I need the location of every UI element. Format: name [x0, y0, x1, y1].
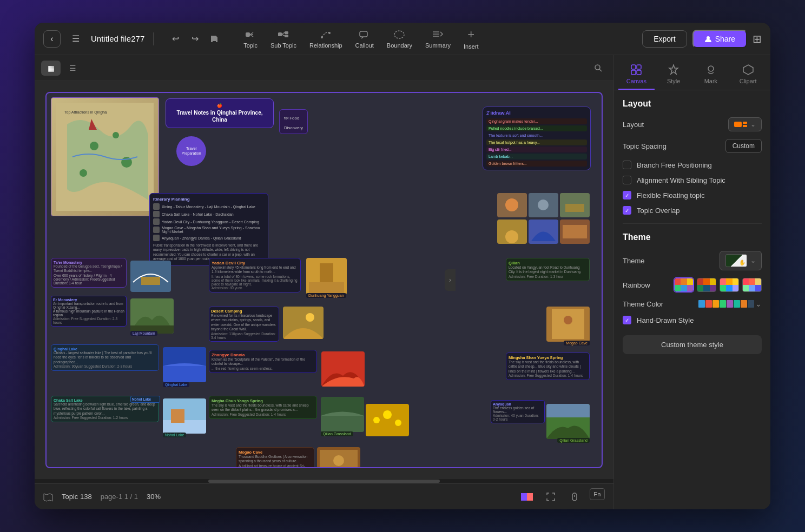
flexible-floating-label: Flexible Floating topic — [637, 191, 705, 200]
topic-overlap-checkbox[interactable] — [623, 206, 631, 215]
tool-relationship[interactable]: Relationship — [304, 26, 348, 51]
canvas-area: ▦ ☰ — [35, 55, 613, 509]
rainbow-options — [674, 278, 762, 292]
tab-canvas[interactable]: Canvas — [618, 59, 655, 90]
photo-mogao — [546, 307, 590, 342]
panel-content: Layout Layout ⌄ — [614, 90, 770, 509]
tool-callout[interactable]: Callout — [350, 26, 379, 51]
status-mouse-button[interactable] — [566, 488, 583, 506]
mindmap-canvas: Top Attractions in Qinghai 🍎 Travel Note… — [35, 81, 613, 479]
label-qinghai-lake: Qinghai Lake — [163, 382, 189, 387]
svg-point-20 — [90, 142, 98, 150]
svg-point-64 — [333, 455, 344, 466]
svg-rect-30 — [565, 204, 584, 212]
export-button[interactable]: Export — [642, 30, 687, 48]
layout-section-title: Layout — [623, 99, 762, 109]
topic-spacing-value[interactable]: Custom — [725, 139, 762, 153]
layout-chevron-icon: ⌄ — [750, 121, 756, 128]
svg-point-9 — [321, 36, 323, 38]
photo-dunhuang — [306, 258, 347, 295]
label-laji: Laji Mountain — [130, 331, 157, 336]
grid-button[interactable]: ⊞ — [753, 32, 762, 45]
svg-point-32 — [505, 230, 518, 243]
rainbow-swatch-2[interactable] — [697, 278, 716, 292]
photo-ship — [130, 261, 171, 292]
node-travel-prep: TravelPreparation — [176, 136, 206, 166]
undo-button[interactable]: ↩ — [167, 30, 184, 48]
tool-boundary[interactable]: Boundary — [381, 26, 418, 51]
theme-color-picker[interactable]: ⌄ — [698, 300, 762, 308]
tab-style[interactable]: Style — [656, 59, 692, 90]
svg-point-26 — [505, 198, 518, 211]
tool-insert-label: Insert — [464, 43, 479, 50]
share-label: Share — [715, 35, 735, 43]
node-qilian: Qilian Located on Yangyuan foot Road to … — [506, 258, 590, 281]
mindmap-border: Top Attractions in Qinghai 🍎 Travel Note… — [45, 92, 603, 468]
right-panel: Canvas Style Mark — [613, 55, 770, 509]
back-button[interactable]: ‹ — [43, 30, 61, 48]
rainbow-swatch-3[interactable] — [720, 278, 739, 292]
svg-rect-37 — [141, 277, 160, 285]
rainbow-swatch-1[interactable] — [674, 278, 694, 292]
tab-mark-label: Mark — [704, 78, 717, 84]
tool-relationship-label: Relationship — [309, 42, 342, 49]
title-bar: ‹ ☰ Untitled file277 ↩ ↪ Topi — [35, 23, 770, 55]
tool-summary-label: Summary — [425, 42, 451, 49]
svg-point-59 — [373, 417, 380, 423]
tool-topic[interactable]: Topic — [238, 26, 263, 51]
custom-theme-button[interactable]: Custom theme style — [623, 335, 762, 354]
node-food: 🍽 FoodDiscovery — [279, 109, 308, 134]
tab-clipart-label: Clipart — [740, 78, 757, 84]
tools-group: Topic Sub Topic Relationship — [238, 25, 484, 52]
status-map[interactable] — [43, 492, 53, 502]
theme-color-row: Theme Color ⌄ — [623, 300, 762, 308]
alignment-checkbox[interactable] — [623, 176, 631, 184]
rainbow-swatch-4[interactable] — [742, 278, 762, 292]
redo-button[interactable]: ↪ — [186, 30, 203, 48]
svg-point-74 — [708, 66, 714, 71]
node-spring: Megha Chun Yanga Spring The sky is vast … — [209, 396, 317, 419]
svg-point-60 — [383, 410, 392, 419]
branch-free-checkbox[interactable] — [623, 161, 631, 169]
node-qinghai-lake: Qinghai Lake China's - largest saltwater… — [51, 344, 159, 371]
tool-subtopic[interactable]: Sub Topic — [265, 26, 302, 51]
search-button[interactable] — [590, 59, 607, 77]
svg-rect-44 — [171, 409, 184, 423]
tab-clipart[interactable]: Clipart — [730, 59, 766, 90]
canvas-toolbar: ▦ ☰ — [35, 55, 613, 81]
svg-rect-36 — [130, 261, 171, 292]
flexible-floating-checkbox[interactable] — [623, 191, 631, 200]
view-list-button[interactable]: ☰ — [63, 61, 82, 76]
tab-mark[interactable]: Mark — [693, 59, 729, 90]
canvas-scrollbar[interactable] — [35, 479, 613, 483]
status-fit-button[interactable] — [542, 488, 559, 506]
svg-point-28 — [538, 200, 549, 210]
node-top-monasteries: Ta'er Monastery Founded of the Gelugpa s… — [51, 258, 127, 289]
tool-summary[interactable]: Summary — [420, 26, 456, 51]
label-grassland: Qilian Grassland — [557, 438, 590, 443]
file-title: Untitled file277 — [91, 34, 144, 43]
save-button[interactable] — [206, 30, 223, 48]
scrollbar-thumb[interactable] — [208, 480, 440, 483]
topic-overlap-label: Topic Overlap — [637, 207, 679, 215]
canvas-content[interactable]: Top Attractions in Qinghai 🍎 Travel Note… — [35, 81, 613, 479]
tab-style-label: Style — [667, 78, 680, 84]
theme-select[interactable]: ✋ ⌄ — [720, 251, 762, 270]
view-grid-button[interactable]: ▦ — [41, 61, 61, 76]
panel-collapse-button[interactable]: › — [445, 269, 456, 291]
hand-drawn-checkbox[interactable] — [623, 316, 631, 324]
node-desert: Desert Camping Renowned for its miraculo… — [209, 307, 279, 342]
svg-rect-48 — [320, 263, 333, 282]
photo-spring — [321, 397, 364, 432]
status-fn-button[interactable]: Fn — [590, 488, 605, 500]
svg-line-18 — [599, 69, 602, 71]
menu-button[interactable]: ☰ — [67, 30, 84, 48]
layout-select[interactable]: ⌄ — [728, 117, 762, 131]
photo-anyaquan — [366, 404, 409, 436]
svg-point-61 — [395, 420, 401, 426]
theme-preview: ✋ — [725, 254, 747, 267]
share-button[interactable]: Share — [692, 30, 747, 48]
status-color-button[interactable] — [518, 488, 536, 506]
svg-point-46 — [306, 313, 314, 322]
tool-insert[interactable]: + Insert — [458, 25, 484, 52]
